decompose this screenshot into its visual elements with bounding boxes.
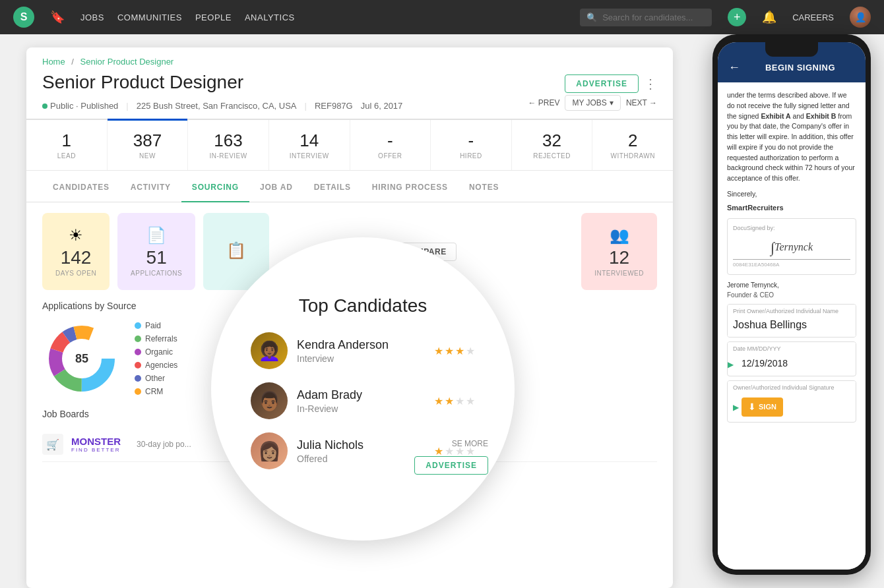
nav-people[interactable]: PEOPLE: [195, 13, 232, 22]
candidate-kendra-info: Kendra Anderson Interview: [297, 338, 425, 364]
advertise-button[interactable]: ADVERTISE: [565, 74, 639, 93]
stat-lead[interactable]: 1 LEAD: [26, 120, 108, 170]
clipboard-icon: 📋: [226, 241, 246, 260]
metric-days-num: 142: [61, 247, 92, 268]
candidate-kendra-status: Interview: [297, 353, 425, 364]
candidate-adam-status: In-Review: [297, 403, 425, 414]
phone-notch: [765, 42, 818, 57]
search-input[interactable]: [602, 13, 701, 22]
job-navigation: ← PREV MY JOBS ▾ NEXT →: [528, 95, 657, 111]
prev-button[interactable]: ← PREV: [528, 98, 559, 107]
phone-exhibit-a: Exhibit A: [761, 112, 790, 120]
stat-offer-num: -: [356, 131, 426, 151]
sign-button[interactable]: ⬇ SIGN: [742, 397, 783, 417]
breadcrumb-current[interactable]: Senior Product Designer: [80, 57, 174, 67]
stat-withdrawn[interactable]: 2 WITHDRAWN: [592, 120, 673, 170]
job-date: Jul 6, 2017: [361, 101, 403, 111]
phone-signer-title: Founder & CEO: [727, 290, 856, 300]
stat-withdrawn-label: WITHDRAWN: [598, 152, 668, 160]
phone-signature-section: DocuSigned by: ∫ Ternynck 0084E31EA50468…: [727, 218, 856, 275]
donut-total: 85: [75, 352, 88, 366]
tab-activity[interactable]: ACTIVITY: [120, 173, 181, 202]
candidate-adam-name: Adam Brady: [297, 388, 425, 402]
avatar-kendra: 👩🏾‍🦱: [251, 332, 288, 369]
nav-communities[interactable]: COMMUNITIES: [117, 13, 182, 22]
phone-mockup: ← BEGIN SIGNING under the terms describe…: [712, 34, 871, 575]
metric-apps-num: 51: [146, 247, 167, 268]
search-bar[interactable]: 🔍: [580, 9, 712, 26]
legend-agencies: Agencies: [135, 361, 177, 370]
candidate-adam-stars: ★★★★: [434, 395, 475, 407]
nav-analytics[interactable]: ANALYTICS: [245, 13, 295, 22]
legend-referrals: Referrals: [135, 334, 177, 343]
monster-cart-icon: 🛒: [42, 434, 63, 455]
phone-name-label: Print Owner/Authorized Individual Name: [728, 305, 856, 316]
job-title: Senior Product Designer: [42, 72, 243, 93]
phone-sincerely: Sincerely,: [727, 189, 856, 200]
tab-sourcing[interactable]: SOURCING: [181, 173, 249, 202]
stat-interview[interactable]: 14 INTERVIEW: [269, 120, 350, 170]
breadcrumb: Home / Senior Product Designer: [26, 47, 673, 72]
my-jobs-button[interactable]: MY JOBS ▾: [565, 95, 620, 111]
breadcrumb-home[interactable]: Home: [42, 57, 65, 67]
phone-sig-field[interactable]: Owner/Authorized Individual Signature ▶ …: [727, 380, 856, 423]
phone-back-icon[interactable]: ←: [728, 61, 740, 74]
tab-details[interactable]: DETAILS: [303, 173, 362, 202]
breadcrumb-separator: /: [71, 57, 74, 67]
chevron-down-icon: ▾: [610, 98, 614, 107]
stat-offer[interactable]: - OFFER: [350, 120, 431, 170]
candidate-kendra[interactable]: 👩🏾‍🦱 Kendra Anderson Interview ★★★★: [251, 332, 475, 369]
next-button[interactable]: NEXT →: [626, 98, 657, 107]
stats-row: 1 LEAD 387 NEW 163 IN-REVIEW 14 INTERVIE…: [26, 119, 673, 171]
stat-rejected-label: REJECTED: [517, 152, 587, 160]
browse-more-link[interactable]: SE MORE: [452, 439, 488, 448]
bell-icon[interactable]: 🔔: [762, 10, 776, 24]
search-icon: 🔍: [586, 13, 597, 22]
metric-applications: 📄 51 APPLICATIONS: [117, 213, 195, 290]
stat-inreview[interactable]: 163 IN-REVIEW: [188, 120, 269, 170]
nav-jobs[interactable]: JOBS: [80, 13, 104, 22]
tab-candidates[interactable]: CANDIDATES: [42, 173, 120, 202]
phone-signature-line: ∫ Ternynck: [733, 236, 850, 260]
legend-paid: Paid: [135, 321, 177, 330]
job-status: Public · Published: [50, 101, 118, 111]
legend-other: Other: [135, 374, 177, 383]
stat-rejected[interactable]: 32 REJECTED: [512, 120, 593, 170]
stat-inreview-label: IN-REVIEW: [193, 152, 263, 160]
phone-name-field[interactable]: Print Owner/Authorized Individual Name J…: [727, 304, 856, 338]
add-button[interactable]: +: [728, 8, 746, 26]
stat-new-label: NEW: [113, 152, 183, 160]
phone-date-value: 12/19/2018: [736, 355, 793, 374]
job-ref: REF987G: [315, 101, 353, 111]
careers-label: CAREERS: [792, 13, 834, 22]
metric-apps-label: APPLICATIONS: [131, 270, 182, 277]
candidate-julia-status: Offered: [297, 454, 425, 464]
metric-interviewed: 👥 12 INTERVIEWED: [581, 213, 657, 290]
phone-header-title: BEGIN SIGNING: [745, 63, 855, 73]
stat-hired[interactable]: - HIRED: [431, 120, 512, 170]
phone-date-field[interactable]: Date MM/DD/YYY ▶ 12/19/2018: [727, 341, 856, 376]
monster-job-sub: 30-day job po...: [137, 440, 191, 449]
stat-inreview-num: 163: [193, 131, 263, 151]
stat-lead-num: 1: [32, 131, 102, 151]
bookmark-icon[interactable]: 🔖: [50, 10, 65, 24]
top-candidates-popup: Top Candidates 👩🏾‍🦱 Kendra Anderson Inte…: [211, 237, 515, 541]
tab-hiring-process[interactable]: HIRING PROCESS: [362, 173, 458, 202]
advertise-button-popup[interactable]: ADVERTISE: [414, 456, 488, 475]
people-icon: 👥: [610, 226, 629, 245]
app-logo[interactable]: S: [13, 7, 34, 28]
legend-organic: Organic: [135, 347, 177, 357]
phone-docusigned-label: DocuSigned by:: [733, 224, 850, 233]
stat-new[interactable]: 387 NEW: [108, 120, 189, 170]
status-dot: Public · Published: [42, 101, 118, 111]
stat-interview-num: 14: [274, 131, 344, 151]
tab-jobad[interactable]: JOB AD: [249, 173, 303, 202]
main-nav: JOBS COMMUNITIES PEOPLE ANALYTICS: [80, 13, 295, 22]
candidate-kendra-name: Kendra Anderson: [297, 338, 425, 352]
phone-body-text2: and: [791, 112, 806, 120]
candidate-adam[interactable]: 👨🏾 Adam Brady In-Review ★★★★: [251, 382, 475, 419]
phone-signer-name: Jerome Ternynck,: [727, 280, 856, 290]
tab-notes[interactable]: NOTES: [458, 173, 509, 202]
user-avatar[interactable]: 👤: [850, 7, 871, 28]
more-options-button[interactable]: ⋮: [644, 76, 657, 92]
